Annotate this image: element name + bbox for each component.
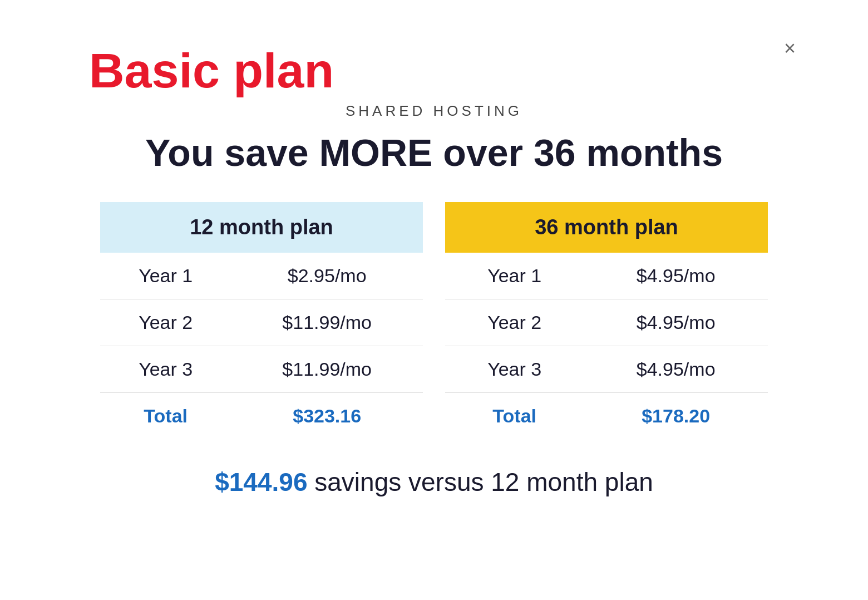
- total-row: Total $178.20: [445, 392, 768, 439]
- plans-container: 12 month plan Year 1 $2.95/mo Year 2 $11…: [89, 202, 779, 439]
- period-label: Year 2: [445, 299, 584, 346]
- pricing-modal: × Basic plan SHARED HOSTING You save MOR…: [56, 22, 812, 578]
- price-value: $4.95/mo: [584, 299, 768, 346]
- price-value: $2.95/mo: [231, 253, 423, 299]
- table-row: Year 3 $4.95/mo: [445, 346, 768, 392]
- period-label: Year 1: [100, 253, 231, 299]
- plan-36-header: 36 month plan: [445, 202, 768, 253]
- plan-title: Basic plan: [89, 44, 779, 98]
- total-row: Total $323.16: [100, 392, 423, 439]
- price-value: $4.95/mo: [584, 253, 768, 299]
- headline: You save MORE over 36 months: [89, 131, 779, 174]
- table-row: Year 2 $4.95/mo: [445, 299, 768, 346]
- total-label: Total: [100, 392, 231, 439]
- table-row: Year 1 $2.95/mo: [100, 253, 423, 299]
- total-label: Total: [445, 392, 584, 439]
- period-label: Year 3: [445, 346, 584, 392]
- plan-36-month: 36 month plan Year 1 $4.95/mo Year 2 $4.…: [445, 202, 768, 439]
- period-label: Year 3: [100, 346, 231, 392]
- total-value: $178.20: [584, 392, 768, 439]
- plan-12-header: 12 month plan: [100, 202, 423, 253]
- total-value: $323.16: [231, 392, 423, 439]
- period-label: Year 1: [445, 253, 584, 299]
- close-button[interactable]: ×: [784, 38, 796, 58]
- savings-row: $144.96 savings versus 12 month plan: [89, 467, 779, 497]
- period-label: Year 2: [100, 299, 231, 346]
- price-value: $11.99/mo: [231, 299, 423, 346]
- savings-description: savings versus 12 month plan: [314, 468, 653, 496]
- table-row: Year 3 $11.99/mo: [100, 346, 423, 392]
- subtitle: SHARED HOSTING: [89, 102, 779, 120]
- savings-amount: $144.96: [215, 468, 307, 496]
- price-value: $4.95/mo: [584, 346, 768, 392]
- table-row: Year 2 $11.99/mo: [100, 299, 423, 346]
- plan-12-month: 12 month plan Year 1 $2.95/mo Year 2 $11…: [100, 202, 423, 439]
- price-value: $11.99/mo: [231, 346, 423, 392]
- table-row: Year 1 $4.95/mo: [445, 253, 768, 299]
